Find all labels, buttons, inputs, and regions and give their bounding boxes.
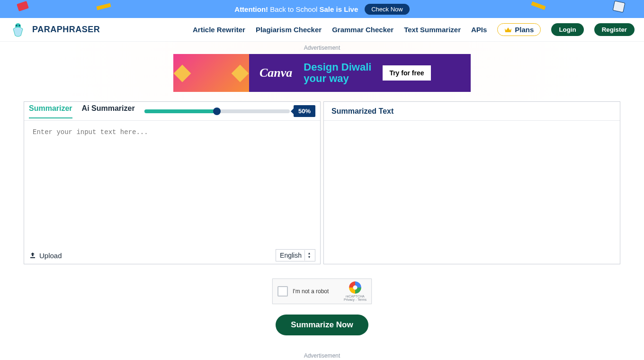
summarize-button[interactable]: Summarize Now	[276, 315, 368, 335]
recaptcha-legal: Privacy - Terms	[344, 298, 367, 301]
plans-button[interactable]: Plans	[497, 23, 541, 36]
decor-pencil-icon	[528, 0, 549, 14]
banner-attention: Attention!	[234, 5, 268, 13]
logo-icon	[9, 21, 27, 38]
recaptcha-brand-text: reCAPTCHA	[346, 295, 365, 298]
svg-point-5	[16, 25, 18, 26]
ad-brand: Canva	[259, 66, 292, 80]
ad-label-bottom: Advertisement	[0, 352, 644, 359]
language-select[interactable]: English ▴ ▾	[276, 249, 315, 261]
main-panels: Summarizer Ai Summarizer 50% Upload Engl…	[0, 101, 644, 264]
svg-point-6	[19, 25, 20, 26]
summarizer-tabs: Summarizer Ai Summarizer	[29, 104, 135, 118]
svg-rect-1	[96, 3, 111, 10]
svg-rect-2	[531, 1, 546, 10]
decor-notepad-icon	[610, 0, 629, 14]
output-panel-header: Summarized Text	[324, 102, 620, 121]
ad-label-top: Advertisement	[0, 45, 644, 51]
svg-rect-7	[30, 257, 35, 258]
slider-fill	[144, 109, 217, 113]
output-area	[324, 121, 620, 264]
recaptcha-brand: reCAPTCHA Privacy - Terms	[344, 281, 367, 301]
language-stepper: ▴ ▾	[304, 250, 313, 261]
ad-headline: Design Diwali your way	[304, 62, 371, 84]
navbar: PARAPHRASER Article Rewriter Plagiarism …	[0, 18, 644, 42]
banner-check-button[interactable]: Check Now	[365, 4, 409, 15]
upload-button[interactable]: Upload	[29, 252, 62, 260]
nav-link-text-summarizer[interactable]: Text Summarizer	[404, 26, 461, 34]
nav-link-apis[interactable]: APIs	[471, 26, 487, 34]
slider-thumb[interactable]	[213, 108, 221, 115]
login-button[interactable]: Login	[551, 23, 583, 36]
tab-summarizer[interactable]: Summarizer	[29, 104, 72, 118]
register-button[interactable]: Register	[594, 23, 635, 36]
slider-value-badge: 50%	[294, 105, 315, 117]
ad-headline-line1: Design Diwali	[304, 62, 371, 73]
upload-label: Upload	[39, 252, 62, 260]
crown-icon	[504, 27, 512, 33]
banner-message: Back to School	[270, 5, 317, 13]
ad-headline-line2: your way	[304, 73, 371, 84]
recaptcha-label: I'm not a robot	[293, 288, 339, 295]
decor-ruler-icon	[95, 0, 114, 14]
ad-image-left	[173, 54, 249, 92]
tab-ai-summarizer[interactable]: Ai Summarizer	[82, 104, 135, 118]
brand-name: PARAPHRASER	[32, 25, 100, 35]
svg-rect-3	[613, 1, 625, 12]
nav-link-grammar-checker[interactable]: Grammar Checker	[332, 26, 394, 34]
ad-content: Canva Design Diwali your way Try for fre…	[249, 54, 471, 92]
upload-icon	[29, 252, 36, 259]
recaptcha-widget: I'm not a robot reCAPTCHA Privacy - Term…	[272, 279, 372, 304]
ad-try-button[interactable]: Try for free	[383, 65, 430, 81]
nav-link-plagiarism-checker[interactable]: Plagiarism Checker	[256, 26, 322, 34]
banner-sale: Sale is Live	[320, 5, 358, 13]
promo-banner: Attention! Back to School Sale is Live C…	[0, 0, 644, 18]
nav-link-article-rewriter[interactable]: Article Rewriter	[193, 26, 245, 34]
recaptcha-checkbox[interactable]	[277, 286, 288, 297]
input-textarea[interactable]	[24, 121, 320, 247]
brand[interactable]: PARAPHRASER	[9, 21, 100, 38]
input-panel-footer: Upload English ▴ ▾	[24, 247, 320, 264]
nav-links: Article Rewriter Plagiarism Checker Gram…	[193, 23, 635, 36]
recaptcha-logo-icon	[349, 281, 361, 294]
decor-book-icon	[15, 0, 34, 14]
output-panel: Summarized Text	[323, 101, 620, 264]
svg-rect-0	[17, 1, 29, 11]
plans-label: Plans	[515, 26, 534, 34]
chevron-down-icon[interactable]: ▾	[308, 255, 310, 259]
slider-track[interactable]	[144, 109, 290, 113]
input-panel: Summarizer Ai Summarizer 50% Upload Engl…	[24, 101, 321, 264]
length-slider[interactable]: 50%	[144, 105, 315, 117]
input-panel-header: Summarizer Ai Summarizer 50%	[24, 102, 320, 121]
output-panel-title: Summarized Text	[329, 107, 394, 116]
ad-banner[interactable]: Canva Design Diwali your way Try for fre…	[173, 54, 471, 92]
language-selected: English	[280, 252, 302, 259]
